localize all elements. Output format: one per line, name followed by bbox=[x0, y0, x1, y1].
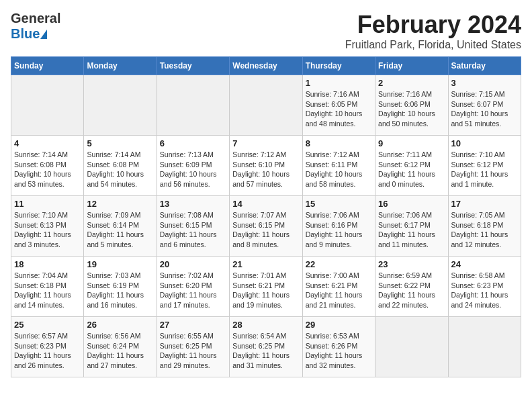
cell-week4-day1: 19Sunrise: 7:03 AM Sunset: 6:19 PM Dayli… bbox=[84, 257, 157, 317]
day-info: Sunrise: 6:56 AM Sunset: 6:24 PM Dayligh… bbox=[87, 331, 153, 371]
day-number: 7 bbox=[232, 138, 299, 148]
cell-week1-day1 bbox=[84, 75, 157, 136]
day-number: 14 bbox=[232, 199, 299, 209]
cell-week1-day6: 3Sunrise: 7:15 AM Sunset: 6:07 PM Daylig… bbox=[448, 75, 521, 136]
day-number: 1 bbox=[306, 78, 372, 88]
cell-week2-day5: 9Sunrise: 7:11 AM Sunset: 6:12 PM Daylig… bbox=[375, 136, 448, 196]
cell-week5-day5 bbox=[375, 317, 448, 377]
day-info: Sunrise: 7:11 AM Sunset: 6:12 PM Dayligh… bbox=[378, 150, 445, 189]
day-info: Sunrise: 7:14 AM Sunset: 6:08 PM Dayligh… bbox=[87, 150, 153, 189]
day-number: 21 bbox=[232, 259, 299, 269]
logo-triangle-icon bbox=[40, 30, 47, 39]
cell-week5-day1: 26Sunrise: 6:56 AM Sunset: 6:24 PM Dayli… bbox=[84, 317, 157, 377]
header-saturday: Saturday bbox=[448, 57, 521, 75]
cell-week2-day1: 5Sunrise: 7:14 AM Sunset: 6:08 PM Daylig… bbox=[84, 136, 157, 196]
day-info: Sunrise: 7:12 AM Sunset: 6:10 PM Dayligh… bbox=[232, 150, 299, 189]
header: General Blue February 2024 Fruitland Par… bbox=[11, 11, 521, 51]
week-row-1: 1Sunrise: 7:16 AM Sunset: 6:05 PM Daylig… bbox=[11, 75, 521, 136]
header-friday: Friday bbox=[375, 57, 448, 75]
cell-week3-day6: 17Sunrise: 7:05 AM Sunset: 6:18 PM Dayli… bbox=[448, 196, 521, 257]
week-row-5: 25Sunrise: 6:57 AM Sunset: 6:23 PM Dayli… bbox=[11, 317, 521, 377]
title-area: February 2024 Fruitland Park, Florida, U… bbox=[345, 11, 521, 51]
day-number: 15 bbox=[306, 199, 372, 209]
logo: General Blue bbox=[11, 11, 60, 42]
day-info: Sunrise: 7:13 AM Sunset: 6:09 PM Dayligh… bbox=[160, 150, 226, 189]
header-thursday: Thursday bbox=[302, 57, 375, 75]
day-number: 11 bbox=[14, 199, 81, 209]
day-info: Sunrise: 7:08 AM Sunset: 6:15 PM Dayligh… bbox=[160, 210, 226, 250]
day-info: Sunrise: 7:07 AM Sunset: 6:15 PM Dayligh… bbox=[232, 210, 299, 250]
header-monday: Monday bbox=[84, 57, 157, 75]
day-info: Sunrise: 7:01 AM Sunset: 6:21 PM Dayligh… bbox=[232, 271, 299, 310]
day-info: Sunrise: 6:55 AM Sunset: 6:25 PM Dayligh… bbox=[160, 331, 226, 371]
day-info: Sunrise: 7:00 AM Sunset: 6:21 PM Dayligh… bbox=[306, 271, 372, 310]
cell-week3-day1: 12Sunrise: 7:09 AM Sunset: 6:14 PM Dayli… bbox=[84, 196, 157, 257]
day-number: 17 bbox=[451, 199, 518, 209]
cell-week3-day0: 11Sunrise: 7:10 AM Sunset: 6:13 PM Dayli… bbox=[11, 196, 84, 257]
cell-week1-day0 bbox=[11, 75, 84, 136]
day-number: 8 bbox=[306, 138, 372, 148]
day-number: 22 bbox=[306, 259, 372, 269]
day-number: 12 bbox=[87, 199, 153, 209]
cell-week1-day2 bbox=[157, 75, 229, 136]
day-number: 27 bbox=[160, 320, 226, 330]
day-info: Sunrise: 7:09 AM Sunset: 6:14 PM Dayligh… bbox=[87, 210, 153, 250]
day-number: 20 bbox=[160, 259, 226, 269]
day-number: 2 bbox=[378, 78, 445, 88]
page-subtitle: Fruitland Park, Florida, United States bbox=[345, 39, 521, 51]
cell-week5-day6 bbox=[448, 317, 521, 377]
day-info: Sunrise: 7:06 AM Sunset: 6:17 PM Dayligh… bbox=[378, 210, 445, 250]
cell-week2-day3: 7Sunrise: 7:12 AM Sunset: 6:10 PM Daylig… bbox=[230, 136, 302, 196]
calendar-header: SundayMondayTuesdayWednesdayThursdayFrid… bbox=[11, 57, 521, 75]
cell-week2-day6: 10Sunrise: 7:10 AM Sunset: 6:12 PM Dayli… bbox=[448, 136, 521, 196]
day-info: Sunrise: 7:16 AM Sunset: 6:05 PM Dayligh… bbox=[306, 89, 372, 129]
cell-week4-day3: 21Sunrise: 7:01 AM Sunset: 6:21 PM Dayli… bbox=[230, 257, 302, 317]
cell-week3-day2: 13Sunrise: 7:08 AM Sunset: 6:15 PM Dayli… bbox=[157, 196, 229, 257]
cell-week4-day0: 18Sunrise: 7:04 AM Sunset: 6:18 PM Dayli… bbox=[11, 257, 84, 317]
day-info: Sunrise: 7:12 AM Sunset: 6:11 PM Dayligh… bbox=[306, 150, 372, 189]
cell-week4-day6: 24Sunrise: 6:58 AM Sunset: 6:23 PM Dayli… bbox=[448, 257, 521, 317]
cell-week2-day0: 4Sunrise: 7:14 AM Sunset: 6:08 PM Daylig… bbox=[11, 136, 84, 196]
calendar-body: 1Sunrise: 7:16 AM Sunset: 6:05 PM Daylig… bbox=[11, 75, 521, 377]
week-row-2: 4Sunrise: 7:14 AM Sunset: 6:08 PM Daylig… bbox=[11, 136, 521, 196]
day-info: Sunrise: 7:10 AM Sunset: 6:13 PM Dayligh… bbox=[14, 210, 81, 250]
day-number: 9 bbox=[378, 138, 445, 148]
day-info: Sunrise: 6:58 AM Sunset: 6:23 PM Dayligh… bbox=[451, 271, 518, 310]
logo-second-row: Blue bbox=[11, 26, 47, 42]
day-info: Sunrise: 7:10 AM Sunset: 6:12 PM Dayligh… bbox=[451, 150, 518, 189]
logo-general-word: General bbox=[11, 11, 60, 26]
cell-week5-day2: 27Sunrise: 6:55 AM Sunset: 6:25 PM Dayli… bbox=[157, 317, 229, 377]
logo-general-text: General bbox=[11, 11, 60, 26]
cell-week1-day4: 1Sunrise: 7:16 AM Sunset: 6:05 PM Daylig… bbox=[302, 75, 375, 136]
cell-week3-day5: 16Sunrise: 7:06 AM Sunset: 6:17 PM Dayli… bbox=[375, 196, 448, 257]
day-info: Sunrise: 7:15 AM Sunset: 6:07 PM Dayligh… bbox=[451, 89, 518, 129]
day-number: 6 bbox=[160, 138, 226, 148]
day-info: Sunrise: 7:14 AM Sunset: 6:08 PM Dayligh… bbox=[14, 150, 81, 189]
cell-week1-day3 bbox=[230, 75, 302, 136]
cell-week4-day5: 23Sunrise: 6:59 AM Sunset: 6:22 PM Dayli… bbox=[375, 257, 448, 317]
day-number: 28 bbox=[232, 320, 299, 330]
day-info: Sunrise: 7:06 AM Sunset: 6:16 PM Dayligh… bbox=[306, 210, 372, 250]
day-number: 13 bbox=[160, 199, 226, 209]
week-row-3: 11Sunrise: 7:10 AM Sunset: 6:13 PM Dayli… bbox=[11, 196, 521, 257]
day-number: 29 bbox=[306, 320, 372, 330]
cell-week4-day2: 20Sunrise: 7:02 AM Sunset: 6:20 PM Dayli… bbox=[157, 257, 229, 317]
page-title: February 2024 bbox=[345, 11, 521, 39]
cell-week4-day4: 22Sunrise: 7:00 AM Sunset: 6:21 PM Dayli… bbox=[302, 257, 375, 317]
day-info: Sunrise: 6:57 AM Sunset: 6:23 PM Dayligh… bbox=[14, 331, 81, 371]
header-tuesday: Tuesday bbox=[157, 57, 229, 75]
days-header-row: SundayMondayTuesdayWednesdayThursdayFrid… bbox=[11, 57, 521, 75]
calendar-table: SundayMondayTuesdayWednesdayThursdayFrid… bbox=[11, 56, 521, 377]
logo-blue-text: Blue bbox=[11, 26, 40, 42]
day-number: 26 bbox=[87, 320, 153, 330]
day-number: 18 bbox=[14, 259, 81, 269]
day-number: 19 bbox=[87, 259, 153, 269]
header-wednesday: Wednesday bbox=[230, 57, 302, 75]
cell-week1-day5: 2Sunrise: 7:16 AM Sunset: 6:06 PM Daylig… bbox=[375, 75, 448, 136]
week-row-4: 18Sunrise: 7:04 AM Sunset: 6:18 PM Dayli… bbox=[11, 257, 521, 317]
day-number: 10 bbox=[451, 138, 518, 148]
cell-week5-day4: 29Sunrise: 6:53 AM Sunset: 6:26 PM Dayli… bbox=[302, 317, 375, 377]
day-info: Sunrise: 6:59 AM Sunset: 6:22 PM Dayligh… bbox=[378, 271, 445, 310]
day-info: Sunrise: 6:53 AM Sunset: 6:26 PM Dayligh… bbox=[306, 331, 372, 371]
cell-week5-day3: 28Sunrise: 6:54 AM Sunset: 6:25 PM Dayli… bbox=[230, 317, 302, 377]
